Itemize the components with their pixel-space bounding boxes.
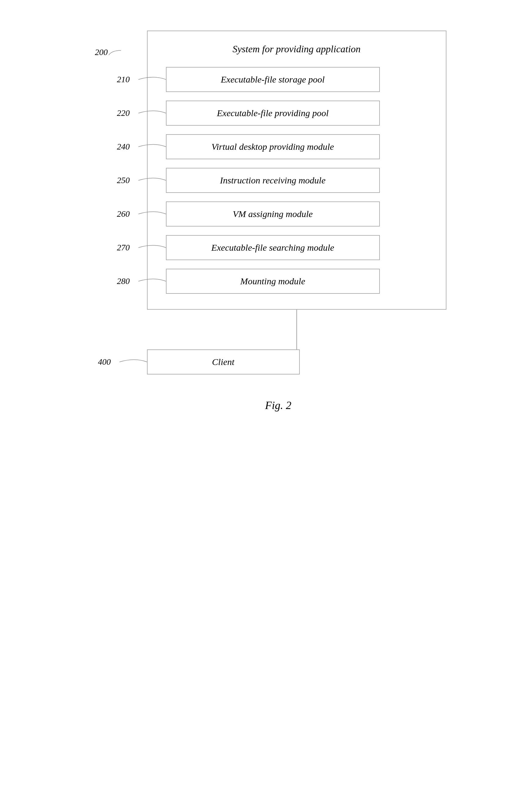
module-label-270: 270 xyxy=(117,243,130,252)
module-label-210: 210 xyxy=(117,75,130,84)
fig-label: Fig. 2 xyxy=(265,399,291,412)
module-row-210: 210 Executable-file storage pool xyxy=(166,67,428,92)
connector-icon-400 xyxy=(116,356,150,368)
module-label-250: 250 xyxy=(117,175,130,185)
module-row-250: 250 Instruction receiving module xyxy=(166,168,428,193)
module-box-220: Executable-file providing pool xyxy=(166,100,380,126)
module-label-260: 260 xyxy=(117,209,130,219)
connector-icon-220 xyxy=(135,107,169,119)
module-row-240: 240 Virtual desktop providing module xyxy=(166,134,428,159)
connector-icon-280 xyxy=(135,275,169,287)
outer-system-box: System for providing application 210 Exe… xyxy=(147,31,446,310)
module-label-240: 240 xyxy=(117,142,130,152)
client-label: 400 xyxy=(98,357,111,367)
client-row: 400 Client xyxy=(147,350,446,374)
outer-label-connector-icon xyxy=(106,44,124,57)
connector-icon-270 xyxy=(135,242,169,254)
module-box-270: Executable-file searching module xyxy=(166,235,380,260)
module-box-240: Virtual desktop providing module xyxy=(166,134,380,159)
vertical-connector xyxy=(147,310,446,350)
connector-icon-210 xyxy=(135,73,169,86)
module-row-220: 220 Executable-file providing pool xyxy=(166,100,428,126)
module-box-280: Mounting module xyxy=(166,269,380,294)
client-box: Client xyxy=(147,350,300,374)
module-box-210: Executable-file storage pool xyxy=(166,67,380,92)
vertical-line xyxy=(297,310,297,350)
module-row-260: 260 VM assigning module xyxy=(166,202,428,227)
module-box-250: Instruction receiving module xyxy=(166,168,380,193)
connector-icon-260 xyxy=(135,208,169,220)
outer-box-title: System for providing application xyxy=(166,43,428,55)
module-row-270: 270 Executable-file searching module xyxy=(166,235,428,260)
diagram-wrapper: 200 System for providing application 210… xyxy=(122,31,446,374)
module-label-280: 280 xyxy=(117,276,130,286)
module-row-280: 280 Mounting module xyxy=(166,269,428,294)
module-label-220: 220 xyxy=(117,108,130,118)
page: 200 System for providing application 210… xyxy=(0,0,532,789)
connector-icon-250 xyxy=(135,174,169,186)
module-box-260: VM assigning module xyxy=(166,202,380,227)
connector-icon-240 xyxy=(135,140,169,153)
